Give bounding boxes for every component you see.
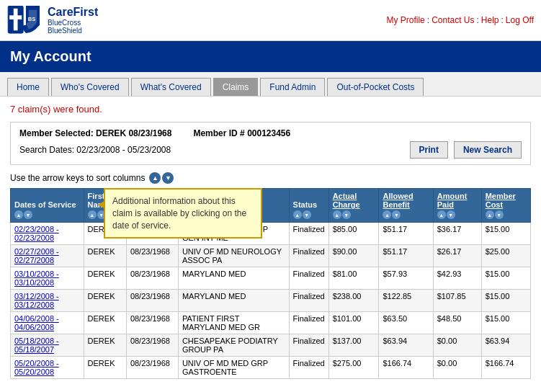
my-profile-link[interactable]: My Profile — [386, 15, 424, 25]
table-cell-6-4: Finalized — [289, 357, 328, 379]
col-header-8: Member Cost▲▼ — [481, 189, 530, 223]
table-row: 02/23/2008 - 02/23/2008DEREK08/23/1968UN… — [11, 223, 531, 245]
table-row: 05/20/2008 - 05/20/2008DEREK08/23/1968UN… — [11, 357, 531, 379]
table-cell-3-2: 08/23/1968 — [126, 290, 178, 312]
date-link-0[interactable]: 02/23/2008 - 02/23/2008 — [14, 225, 59, 242]
logo-carefirst: CareFirst — [48, 6, 98, 19]
nav-tab-home[interactable]: Home — [7, 78, 49, 96]
table-row: 03/10/2008 - 03/10/2008DEREK08/23/1968MA… — [11, 267, 531, 290]
table-cell-2-2: 08/23/1968 — [126, 267, 178, 290]
col-header-5: Actual Charge▲▼ — [328, 189, 379, 223]
table-cell-4-5: $101.00 — [328, 312, 379, 334]
col-up-arrow-0[interactable]: ▲ — [14, 210, 23, 219]
col-arrows-6: ▲▼ — [383, 210, 429, 219]
col-up-arrow-8[interactable]: ▲ — [486, 210, 494, 219]
table-cell-4-0: 04/06/2008 - 04/06/2008 — [11, 312, 84, 334]
col-arrows-4: ▲▼ — [293, 210, 325, 219]
col-sort-link-6[interactable]: Allowed Benefit — [383, 192, 413, 209]
table-header-row: Dates of Service▲▼First Name▲▼Date of Bi… — [11, 189, 531, 223]
table-cell-6-8: $166.74 — [481, 357, 530, 379]
new-search-button[interactable]: New Search — [454, 141, 522, 159]
col-down-arrow-5[interactable]: ▼ — [342, 210, 351, 219]
table-cell-5-6: $63.94 — [379, 334, 433, 357]
table-cell-6-3: UNIV OF MD MED GRP GASTROENTE — [178, 357, 289, 379]
table-cell-3-6: $122.85 — [379, 290, 433, 312]
help-link[interactable]: Help — [481, 15, 499, 25]
table-cell-5-4: Finalized — [289, 334, 328, 357]
table-cell-6-6: $166.74 — [379, 357, 433, 379]
col-up-arrow-4[interactable]: ▲ — [293, 210, 302, 219]
col-down-arrow-4[interactable]: ▼ — [303, 210, 311, 219]
col-down-arrow-6[interactable]: ▼ — [392, 210, 401, 219]
col-down-arrow-7[interactable]: ▼ — [447, 210, 455, 219]
col-up-arrow-6[interactable]: ▲ — [383, 210, 391, 219]
tooltip: Additional information about this claim … — [104, 188, 262, 239]
date-link-1[interactable]: 02/27/2008 - 02/27/2008 — [14, 247, 59, 264]
table-cell-2-8: $15.00 — [481, 267, 530, 290]
nav-tab-fund-admin[interactable]: Fund Admin — [260, 78, 325, 96]
col-arrows-8: ▲▼ — [486, 210, 527, 219]
top-navigation: My Profile : Contact Us : Help : Log Off — [386, 15, 534, 25]
nav-tabs: HomeWho's CoveredWhat's CoveredClaimsFun… — [0, 72, 541, 97]
sort-up-icon[interactable]: ▲ — [149, 172, 161, 184]
date-link-2[interactable]: 03/10/2008 - 03/10/2008 — [14, 270, 59, 287]
tooltip-container: Additional information about this claim … — [10, 188, 531, 379]
sort-instructions: Use the arrow keys to sort columns ▲ ▼ — [10, 172, 531, 184]
logo: BS CareFirst BlueCross BlueShield — [7, 6, 98, 35]
table-cell-1-0: 02/27/2008 - 02/27/2008 — [11, 245, 84, 267]
member-id: Member ID # 000123456 — [193, 128, 290, 138]
nav-tab-what-s-covered[interactable]: What's Covered — [131, 78, 211, 96]
table-cell-6-0: 05/20/2008 - 05/20/2008 — [11, 357, 84, 379]
contact-us-link[interactable]: Contact Us — [432, 15, 474, 25]
table-cell-3-8: $15.00 — [481, 290, 530, 312]
page-header: BS CareFirst BlueCross BlueShield My Pro… — [0, 0, 541, 41]
table-cell-2-0: 03/10/2008 - 03/10/2008 — [11, 267, 84, 290]
col-sort-link-5[interactable]: Actual Charge — [333, 192, 360, 209]
col-arrows-5: ▲▼ — [333, 210, 375, 219]
col-down-arrow-8[interactable]: ▼ — [495, 210, 504, 219]
date-link-3[interactable]: 03/12/2008 - 03/12/2008 — [14, 292, 59, 309]
col-sort-link-7[interactable]: Amount Paid — [437, 192, 468, 209]
account-bar: My Account — [0, 41, 541, 72]
table-cell-1-8: $25.00 — [481, 245, 530, 267]
sort-down-icon[interactable]: ▼ — [162, 172, 174, 184]
col-up-arrow-5[interactable]: ▲ — [333, 210, 341, 219]
table-cell-6-5: $275.00 — [328, 357, 379, 379]
member-row2: Search Dates: 02/23/2008 - 05/23/2008 Pr… — [19, 141, 522, 159]
col-up-arrow-7[interactable]: ▲ — [437, 210, 446, 219]
table-cell-4-6: $63.50 — [379, 312, 433, 334]
col-arrows-0: ▲▼ — [14, 210, 80, 219]
table-cell-2-3: MARYLAND MED — [178, 267, 289, 290]
col-sort-link-8[interactable]: Member Cost — [486, 192, 516, 209]
logo-text-area: CareFirst BlueCross BlueShield — [48, 6, 98, 35]
table-cell-3-4: Finalized — [289, 290, 328, 312]
table-cell-1-2: 08/23/1968 — [126, 245, 178, 267]
col-header-7: Amount Paid▲▼ — [433, 189, 481, 223]
table-cell-2-4: Finalized — [289, 267, 328, 290]
table-cell-5-3: CHESAPEAKE PODIATRY GROUP PA — [178, 334, 289, 357]
table-cell-4-1: DEREK — [84, 312, 126, 334]
col-down-arrow-0[interactable]: ▼ — [24, 210, 32, 219]
table-cell-4-2: 08/23/1968 — [126, 312, 178, 334]
col-up-arrow-1[interactable]: ▲ — [88, 210, 97, 219]
claims-table: Dates of Service▲▼First Name▲▼Date of Bi… — [10, 188, 531, 379]
table-cell-3-3: MARYLAND MED — [178, 290, 289, 312]
table-cell-2-5: $81.00 — [328, 267, 379, 290]
nav-tab-claims[interactable]: Claims — [213, 78, 259, 96]
sort-arrow-up: ▲ ▼ — [149, 172, 174, 184]
table-cell-2-7: $42.93 — [433, 267, 481, 290]
member-selected: Member Selected: DEREK 08/23/1968 — [19, 128, 171, 138]
svg-text:BS: BS — [28, 16, 36, 22]
log-off-link[interactable]: Log Off — [506, 15, 534, 25]
action-buttons: Print New Search — [410, 141, 522, 159]
date-link-6[interactable]: 05/20/2008 - 05/20/2008 — [14, 359, 59, 376]
table-cell-0-6: $51.17 — [379, 223, 433, 245]
date-link-4[interactable]: 04/06/2008 - 04/06/2008 — [14, 314, 59, 331]
col-header-6: Allowed Benefit▲▼ — [379, 189, 433, 223]
date-link-5[interactable]: 05/18/2008 - 05/18/2007 — [14, 337, 59, 354]
member-row1: Member Selected: DEREK 08/23/1968 Member… — [19, 128, 522, 138]
nav-tab-who-s-covered[interactable]: Who's Covered — [51, 78, 129, 96]
table-row: 03/12/2008 - 03/12/2008DEREK08/23/1968MA… — [11, 290, 531, 312]
print-button[interactable]: Print — [410, 141, 448, 159]
nav-tab-out-of-pocket-costs[interactable]: Out-of-Pocket Costs — [327, 78, 424, 96]
